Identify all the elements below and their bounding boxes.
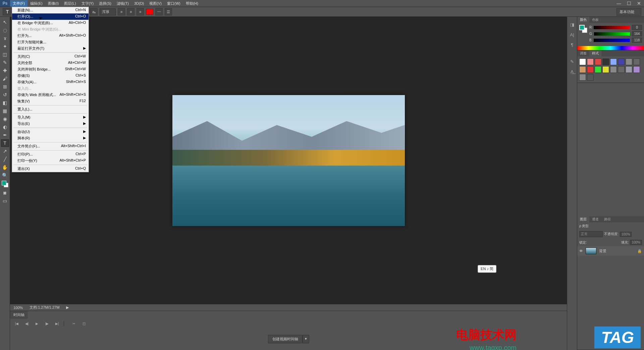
quickmask-icon[interactable]: ◙	[1, 189, 9, 196]
lasso-tool-icon[interactable]: ɤ	[1, 35, 9, 42]
menu-view[interactable]: 视图(V)	[147, 0, 164, 7]
close-button[interactable]: ✕	[634, 0, 644, 7]
layer-row[interactable]: 👁 背景 🔒	[577, 246, 644, 256]
style-swatch[interactable]	[633, 66, 640, 73]
character-panel-icon[interactable]: ☰	[165, 8, 172, 15]
minimize-button[interactable]: —	[614, 0, 624, 7]
styles-tab[interactable]: 样式	[589, 50, 601, 56]
menu-select[interactable]: 选择(S)	[96, 0, 114, 7]
blur-tool-icon[interactable]: ◉	[1, 115, 9, 123]
play-icon[interactable]: ▶	[34, 321, 40, 326]
create-timeline-button[interactable]: 创建视频时间轴	[268, 335, 303, 343]
move-tool-icon[interactable]: ↖	[1, 18, 9, 26]
type-tool-icon[interactable]: T	[1, 139, 9, 147]
style-swatch[interactable]	[633, 58, 640, 65]
color-box[interactable]	[579, 25, 587, 33]
file-menu-item[interactable]: 自动(U)▶	[12, 129, 89, 135]
menu-type[interactable]: 文字(Y)	[79, 0, 97, 7]
gradient-tool-icon[interactable]: ▦	[1, 107, 9, 115]
style-swatch[interactable]	[595, 66, 601, 73]
stamp-tool-icon[interactable]: ⊞	[1, 83, 9, 90]
file-menu-item[interactable]: 置入(L)...	[12, 106, 89, 113]
opacity-input[interactable]: 100%	[620, 232, 632, 237]
hue-strip[interactable]	[577, 46, 644, 50]
style-swatch[interactable]	[579, 66, 586, 73]
menu-3d[interactable]: 3D(D)	[131, 1, 147, 6]
menu-edit[interactable]: 编辑(E)	[28, 0, 45, 7]
next-frame-icon[interactable]: |▶	[44, 321, 50, 326]
menu-help[interactable]: 帮助(H)	[183, 0, 201, 7]
file-menu-item[interactable]: 打印(P)...Ctrl+P	[12, 151, 89, 158]
menu-file[interactable]: 文件(F)	[10, 0, 28, 7]
style-swatch[interactable]	[618, 58, 625, 65]
adjustments-tab[interactable]: 调整	[577, 50, 589, 56]
cut-icon[interactable]: ✂	[70, 321, 77, 326]
ime-indicator[interactable]: EN ♪ 简	[478, 265, 496, 273]
file-menu-item[interactable]: 存储为(A)...Shift+Ctrl+S	[12, 79, 89, 85]
maximize-button[interactable]: ☐	[624, 0, 634, 7]
style-swatch[interactable]	[618, 66, 625, 73]
file-menu-item[interactable]: 在 Bridge 中浏览(B)...Alt+Ctrl+O	[12, 20, 89, 26]
eraser-tool-icon[interactable]: ◧	[1, 99, 9, 106]
file-menu-item[interactable]: 导出(E)▶	[12, 121, 89, 127]
style-swatch[interactable]	[579, 74, 586, 81]
r-value树叶[interactable]: 0	[632, 25, 642, 30]
file-menu-item[interactable]: 关闭并转到 Bridge...Shift+Ctrl+W	[12, 66, 89, 73]
eyedropper-tool-icon[interactable]: ✎	[1, 59, 9, 66]
canvas-viewport[interactable]	[10, 17, 567, 304]
character-icon[interactable]: A|	[569, 31, 576, 38]
file-menu-item[interactable]: 最近打开文件(T)▶	[12, 45, 89, 52]
transition-icon[interactable]: ◫	[80, 321, 87, 326]
blend-mode-select[interactable]: 正常	[579, 231, 603, 237]
file-menu-item[interactable]: 存储为 Web 所用格式...Alt+Shift+Ctrl+S	[12, 92, 89, 98]
path-tool-icon[interactable]: ↗	[1, 147, 9, 155]
file-menu-item[interactable]: 打开为...Alt+Shift+Ctrl+O	[12, 33, 89, 39]
style-swatch[interactable]	[610, 58, 617, 65]
channels-tab[interactable]: 通道	[589, 216, 601, 222]
antialiasing-select[interactable]: 浑厚	[100, 8, 116, 15]
layer-name[interactable]: 背景	[599, 249, 606, 254]
workspace-selector[interactable]: 基本功能	[616, 8, 641, 16]
zoom-tool-icon[interactable]: 🔍	[1, 172, 9, 179]
text-color-swatch[interactable]	[146, 9, 153, 15]
warp-text-icon[interactable]: 〰	[155, 8, 163, 15]
align-left-icon[interactable]: ≡	[118, 8, 125, 15]
g-slider[interactable]	[594, 32, 630, 36]
layers-tab[interactable]: 图层	[577, 216, 589, 222]
marquee-tool-icon[interactable]: ◌	[1, 27, 9, 34]
style-swatch[interactable]	[626, 66, 632, 73]
swatches-tab[interactable]: 色板	[589, 17, 601, 23]
file-menu-item[interactable]: 存储(S)Ctrl+S	[12, 73, 89, 79]
history-brush-icon[interactable]: ↺	[1, 91, 9, 98]
prev-frame-icon[interactable]: ◀|	[23, 321, 30, 326]
file-menu-item[interactable]: 打印一份(Y)Alt+Shift+Ctrl+P	[12, 158, 89, 164]
color-picker[interactable]	[2, 181, 8, 187]
status-arrow-icon[interactable]: ▶	[66, 305, 69, 310]
file-menu-item[interactable]: 关闭(C)Ctrl+W	[12, 53, 89, 60]
menu-image[interactable]: 图像(I)	[45, 0, 61, 7]
b-slider[interactable]	[594, 39, 630, 42]
file-menu-item[interactable]: 打开为智能对象...	[12, 39, 89, 45]
file-menu-item[interactable]: 导入(M)▶	[12, 114, 89, 121]
styles-panel-icon[interactable]: A͟	[569, 68, 576, 75]
file-menu-item[interactable]: 关闭全部Alt+Ctrl+W	[12, 60, 89, 66]
color-tab[interactable]: 颜色	[577, 17, 589, 23]
history-panel-icon[interactable]: ◨	[569, 21, 576, 28]
menu-layer[interactable]: 图层(L)	[61, 0, 78, 7]
style-swatch[interactable]	[587, 74, 594, 81]
style-swatch[interactable]	[587, 58, 594, 65]
screenmode-icon[interactable]: ▭	[1, 197, 9, 205]
menu-window[interactable]: 窗口(W)	[164, 0, 183, 7]
file-menu-item[interactable]: 打开(O)...Ctrl+O	[12, 13, 89, 20]
b-value[interactable]: 118	[632, 38, 642, 43]
brush-panel-icon[interactable]: ✎	[569, 58, 576, 65]
shape-tool-icon[interactable]: ╱	[1, 156, 9, 163]
hand-tool-icon[interactable]: ✋	[1, 164, 9, 171]
align-right-icon[interactable]: ≡	[137, 8, 144, 15]
style-swatch[interactable]	[610, 66, 617, 73]
style-swatch[interactable]	[595, 58, 601, 65]
file-menu-item[interactable]: 退出(X)Ctrl+Q	[12, 166, 89, 172]
file-menu-item[interactable]: 恢复(V)F12	[12, 98, 89, 104]
paths-tab[interactable]: 路径	[601, 216, 613, 222]
menu-filter[interactable]: 滤镜(T)	[114, 0, 131, 7]
